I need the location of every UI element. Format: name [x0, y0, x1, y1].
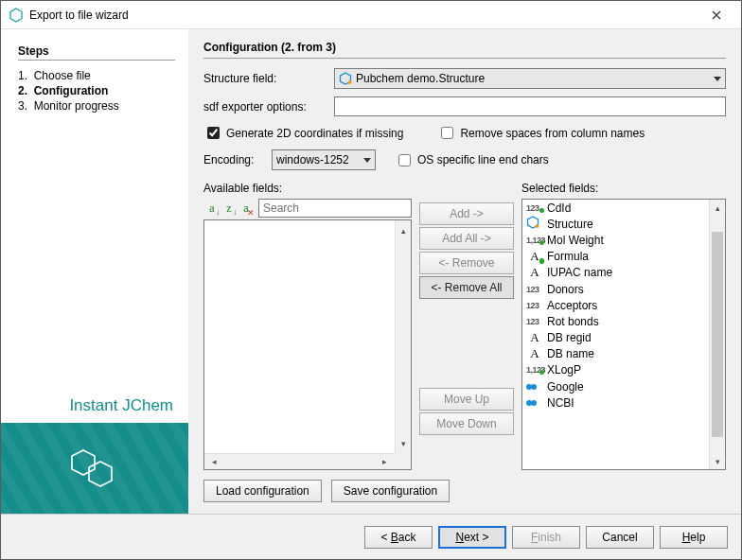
chevron-down-icon: [714, 77, 721, 81]
steps-heading: Steps: [18, 44, 175, 58]
structure-icon: [339, 72, 352, 85]
configuration-panel: Configuration (2. from 3) Structure fiel…: [188, 29, 741, 514]
generate-2d-checkbox-input[interactable]: [207, 127, 220, 139]
list-item[interactable]: NCBI: [522, 394, 709, 411]
field-label: Formula: [547, 250, 589, 263]
encoding-label: Encoding:: [203, 153, 264, 166]
close-icon: [712, 10, 721, 20]
number-type-icon: 123: [526, 301, 543, 310]
step-item: 3. Monitor progress: [18, 98, 175, 114]
scroll-up-icon[interactable]: ▴: [396, 222, 412, 238]
sdf-options-input[interactable]: [334, 96, 726, 116]
move-down-button[interactable]: Move Down: [419, 412, 514, 435]
finish-button[interactable]: Finish: [512, 526, 580, 549]
generate-2d-checkbox[interactable]: Generate 2D coordinates if missing: [203, 124, 403, 142]
svg-point-6: [536, 224, 539, 228]
structure-field-label: Structure field:: [203, 72, 327, 85]
wizard-footer: < Back Next > Finish Cancel Help: [1, 514, 741, 559]
field-label: Structure: [547, 218, 593, 231]
url-type-icon: [526, 384, 543, 390]
structure-field-select[interactable]: Pubchem demo.Structure: [334, 68, 726, 89]
add-button[interactable]: Add ->: [419, 202, 514, 225]
number-type-icon: 123: [526, 317, 543, 326]
search-input[interactable]: [258, 199, 412, 218]
svg-marker-1: [72, 450, 95, 475]
field-label: Google: [547, 380, 584, 394]
divider: [203, 58, 726, 59]
available-fields-label: Available fields:: [203, 182, 412, 195]
scrollbar-horizontal[interactable]: ◂ ▸: [204, 453, 395, 469]
list-item[interactable]: 123CdId: [522, 200, 709, 216]
move-up-button[interactable]: Move Up: [419, 388, 514, 411]
scrollbar-thumb[interactable]: [712, 232, 723, 437]
os-line-end-checkbox-input[interactable]: [398, 154, 411, 166]
cancel-button[interactable]: Cancel: [586, 526, 654, 549]
help-button[interactable]: Help: [660, 526, 728, 549]
structure-icon: [526, 216, 543, 232]
number-type-icon: 1,123: [526, 236, 543, 245]
brand-logo-panel: [1, 423, 188, 514]
next-button[interactable]: Next >: [438, 526, 506, 549]
sdf-options-label: sdf exporter options:: [203, 100, 327, 114]
load-configuration-button[interactable]: Load configuration: [203, 480, 322, 502]
list-item[interactable]: AFormula: [522, 249, 709, 265]
encoding-select[interactable]: windows-1252: [272, 149, 376, 170]
add-all-button[interactable]: Add All ->: [419, 227, 514, 250]
remove-button[interactable]: <- Remove: [419, 252, 514, 274]
scroll-left-icon[interactable]: ◂: [206, 454, 222, 470]
scrollbar-vertical[interactable]: ▴ ▾: [709, 200, 725, 469]
text-type-icon: A: [526, 265, 543, 280]
export-wizard-window: Export to file wizard Steps 1. Choose fi…: [0, 0, 742, 560]
svg-marker-0: [10, 9, 22, 22]
number-type-icon: 1,123: [526, 365, 543, 375]
scroll-up-icon[interactable]: ▴: [710, 200, 726, 216]
list-item[interactable]: ADB regid: [522, 330, 709, 346]
field-label: IUPAC name: [547, 266, 612, 279]
number-type-icon: 123: [526, 203, 543, 213]
list-item[interactable]: ADB name: [522, 346, 709, 362]
window-title: Export to file wizard: [29, 9, 698, 22]
step-item: 1. Choose file: [18, 68, 175, 83]
list-item[interactable]: Google: [522, 378, 709, 394]
list-item[interactable]: 1,123Mol Weight: [522, 232, 709, 248]
sort-desc-button[interactable]: z↓: [221, 200, 238, 217]
available-fields-list[interactable]: ▴ ▾ ◂ ▸: [203, 219, 412, 470]
field-label: Rot bonds: [547, 315, 599, 328]
field-label: Mol Weight: [547, 234, 604, 247]
list-item[interactable]: AIUPAC name: [522, 265, 709, 281]
list-item[interactable]: 1,123XLogP: [522, 362, 709, 378]
scrollbar-vertical[interactable]: ▴ ▾: [395, 220, 411, 453]
selected-fields-label: Selected fields:: [521, 182, 726, 195]
list-item[interactable]: Structure: [522, 216, 709, 232]
os-line-end-checkbox[interactable]: OS specific line end chars: [395, 151, 549, 169]
field-label: NCBI: [547, 396, 574, 410]
scroll-right-icon[interactable]: ▸: [377, 454, 393, 470]
list-item[interactable]: 123Donors: [522, 281, 709, 297]
titlebar: Export to file wizard: [1, 1, 741, 29]
steps-list: 1. Choose file 2. Configuration 3. Monit…: [18, 68, 175, 114]
step-item: 2. Configuration: [18, 83, 175, 98]
scroll-down-icon[interactable]: ▾: [710, 453, 726, 469]
section-title: Configuration (2. from 3): [203, 41, 726, 54]
text-type-icon: A: [526, 249, 543, 264]
remove-all-button[interactable]: <- Remove All: [419, 276, 514, 299]
chevron-down-icon: [363, 158, 371, 163]
list-item[interactable]: 123Acceptors: [522, 297, 709, 313]
close-button[interactable]: [698, 1, 735, 28]
url-type-icon: [526, 400, 543, 406]
remove-spaces-checkbox-input[interactable]: [441, 127, 453, 139]
list-item[interactable]: 123Rot bonds: [522, 313, 709, 329]
back-button[interactable]: < Back: [364, 526, 433, 549]
field-label: DB regid: [547, 331, 592, 344]
brand-text: Instant JChem: [1, 396, 188, 423]
number-type-icon: 123: [526, 285, 543, 294]
remove-spaces-checkbox[interactable]: Remove spaces from column names: [437, 124, 645, 142]
scroll-down-icon[interactable]: ▾: [396, 435, 412, 451]
selected-fields-list[interactable]: 123CdIdStructure1,123Mol WeightAFormulaA…: [521, 199, 726, 470]
text-type-icon: A: [526, 330, 543, 345]
hex-logo-icon: [66, 446, 123, 490]
clear-sort-button[interactable]: a✕: [238, 200, 255, 217]
field-label: Acceptors: [547, 299, 597, 312]
sort-asc-button[interactable]: a↓: [203, 200, 221, 217]
save-configuration-button[interactable]: Save configuration: [331, 480, 450, 502]
